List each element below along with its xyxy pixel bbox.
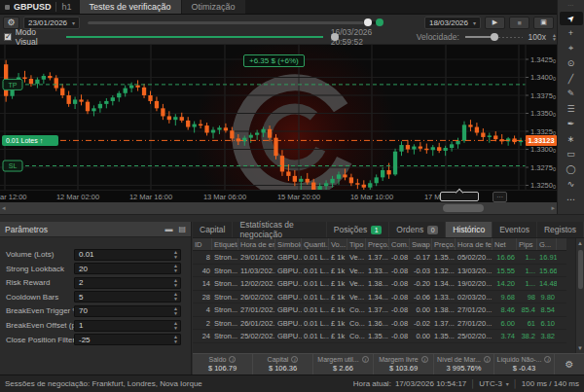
more-tools-icon[interactable]: ⋯ xyxy=(560,193,583,206)
column-header[interactable]: Vo... xyxy=(329,238,347,250)
param-input[interactable]: 70▲▼ xyxy=(74,305,181,317)
stop-loss-badge[interactable]: SL xyxy=(3,160,22,171)
param-input[interactable]: 0.01▲▼ xyxy=(74,249,181,261)
column-header[interactable]: Tipo xyxy=(347,238,366,250)
scrollbar-thumb[interactable] xyxy=(443,204,484,212)
tab-optimization[interactable]: Otimização xyxy=(182,0,245,14)
table-row[interactable]: 4Stron...27/01/202...GBPU...0.01 L...£ 1… xyxy=(193,303,566,317)
chevron-down-icon[interactable]: ▾ xyxy=(506,380,509,387)
speed-slider[interactable] xyxy=(465,32,523,42)
param-stepper[interactable]: ▲▼ xyxy=(173,321,178,331)
info-icon[interactable]: i xyxy=(484,356,491,363)
axis-more-button[interactable]: ⋯ xyxy=(493,192,507,202)
cursor-icon[interactable]: ➤ xyxy=(560,12,583,25)
info-icon[interactable]: i xyxy=(229,356,236,363)
table-row[interactable]: 2Stron...26/01/202...GBPU...0.01 L...£ 1… xyxy=(193,317,566,331)
chart-area[interactable]: TPSL0.01 Lotes ↑1.342501.340001.337501.3… xyxy=(0,45,557,190)
instrument-box[interactable]: GBPUSD h1 xyxy=(0,0,80,14)
wave-pattern-icon[interactable]: ∿ xyxy=(560,177,583,191)
column-header[interactable]: Hora de fe... xyxy=(456,238,493,250)
scroll-up-icon[interactable]: ▲ xyxy=(576,240,584,246)
param-stepper[interactable]: ▲▼ xyxy=(173,264,178,273)
chart-horizontal-scrollbar[interactable]: ◂ ▸ xyxy=(0,202,557,214)
speed-handle[interactable] xyxy=(491,33,498,41)
replay-progress-slider[interactable] xyxy=(66,32,323,42)
table-row[interactable]: 24Stron...25/02/202...GBPU...0.01 L...£ … xyxy=(193,330,566,343)
table-row[interactable]: 28Stron...26/02/202...GBPU...0.01 L...£ … xyxy=(193,291,566,304)
visual-window-button[interactable]: ▣ xyxy=(533,17,554,29)
param-stepper[interactable]: ▲▼ xyxy=(173,278,178,288)
info-icon[interactable]: i xyxy=(421,356,428,363)
column-header[interactable]: G... xyxy=(537,238,557,250)
crosshair-icon[interactable]: + xyxy=(560,26,583,40)
info-icon[interactable]: i xyxy=(362,356,369,363)
preset-window-icon[interactable]: ▤ xyxy=(178,225,186,233)
param-stepper[interactable]: ▲▼ xyxy=(173,250,178,260)
param-input[interactable]: -25▲▼ xyxy=(74,334,181,345)
open-position-badge[interactable]: 0.01 Lotes ↑ xyxy=(2,135,58,146)
tab-posi-es[interactable]: Posições1 xyxy=(327,222,389,237)
table-row[interactable]: 40Stron...11/03/202...GBPU...0.01 L...£ … xyxy=(193,265,566,278)
tab-ordens[interactable]: Ordens0 xyxy=(389,222,445,237)
param-input[interactable]: 2▲▼ xyxy=(74,277,181,289)
param-stepper[interactable]: ▲▼ xyxy=(173,335,178,344)
column-header[interactable]: Preço... xyxy=(432,238,456,250)
scroll-down-icon[interactable]: ▼ xyxy=(576,345,584,351)
column-header[interactable]: Swap xyxy=(410,238,432,250)
stop-button[interactable]: ■ xyxy=(509,17,529,29)
param-input[interactable]: 1▲▼ xyxy=(74,320,181,332)
column-header[interactable]: Com... xyxy=(389,238,410,250)
column-header[interactable]: ID xyxy=(193,238,212,250)
column-header[interactable]: Etiqueta xyxy=(212,238,238,250)
target-cursor-icon[interactable]: ⌖ xyxy=(560,42,583,55)
cell: Ve... xyxy=(347,291,366,303)
end-date-select[interactable]: 18/03/2026 ▾ xyxy=(424,17,481,29)
scroll-right-icon[interactable]: ▸ xyxy=(551,204,555,212)
column-header[interactable]: Hora de en... xyxy=(238,238,275,250)
pen-icon[interactable]: ✒ xyxy=(560,117,583,130)
timezone-select[interactable]: UTC-3 xyxy=(479,379,502,388)
ellipse-icon[interactable]: ◯ xyxy=(560,162,583,176)
history-table-header[interactable]: IDEtiquetaHora de en...SímboloQuanti...V… xyxy=(193,238,566,251)
visual-mode-checkbox[interactable] xyxy=(4,33,12,41)
param-stepper[interactable]: ▲▼ xyxy=(173,292,178,302)
scroll-left-icon[interactable]: ◂ xyxy=(2,204,6,212)
replay-position-marker[interactable] xyxy=(440,192,479,201)
info-icon[interactable]: i xyxy=(291,356,298,363)
column-header[interactable]: Pips xyxy=(517,238,537,250)
range-handle-current[interactable] xyxy=(364,18,372,26)
progress-handle[interactable] xyxy=(331,33,339,41)
column-header[interactable]: Símbolo xyxy=(275,238,302,250)
range-handle-end[interactable] xyxy=(376,18,383,26)
tab-capital[interactable]: Capital xyxy=(193,222,232,237)
tab-backtesting[interactable]: Testes de verificação xyxy=(80,0,181,14)
table-row[interactable]: 8Stron...29/01/202...GBPU...0.01 L...£ 1… xyxy=(193,251,566,265)
tab-estat-sticas-de-negocia-o[interactable]: Estatísticas de negociação xyxy=(233,222,325,237)
table-vertical-scrollbar[interactable]: ▲ ▼ xyxy=(575,238,584,353)
cell: 0.00 xyxy=(410,330,432,342)
param-stepper[interactable]: ▲▼ xyxy=(173,306,178,316)
table-scrollbar-thumb[interactable] xyxy=(578,250,583,289)
column-header[interactable]: Net xyxy=(493,238,517,250)
rail-drag-handle[interactable]: ⋯ xyxy=(558,0,584,10)
column-header[interactable]: Quanti... xyxy=(302,238,329,250)
summary-settings-button[interactable]: ⚙ xyxy=(555,354,584,374)
anchor-point-icon[interactable]: ⊙ xyxy=(560,56,583,70)
tab-registos[interactable]: Registos xyxy=(537,222,583,237)
multi-line-icon[interactable]: ☰ xyxy=(560,102,583,116)
export-params-icon[interactable]: ▬ xyxy=(164,225,172,233)
table-row[interactable]: 14Stron...12/02/202...GBPU...0.01 L...£ … xyxy=(193,277,566,291)
column-header[interactable]: Preço... xyxy=(366,238,389,250)
trendline-icon[interactable]: ╱ xyxy=(560,72,583,86)
info-icon[interactable]: i xyxy=(544,356,551,363)
param-input[interactable]: 20▲▼ xyxy=(74,263,181,274)
pencil-icon[interactable]: ✎ xyxy=(560,87,583,100)
marker-icon[interactable]: ∗ xyxy=(560,132,583,146)
param-input[interactable]: 5▲▼ xyxy=(74,291,181,303)
time-axis[interactable]: ar 12:0012 Mar 02:0012 Mar 16:0013 Mar 0… xyxy=(0,190,557,202)
tab-hist-rico[interactable]: Histórico xyxy=(446,222,492,237)
rectangle-icon[interactable]: ▭ xyxy=(560,147,583,160)
play-button[interactable]: ▶ xyxy=(485,17,505,29)
tab-eventos[interactable]: Eventos xyxy=(493,222,536,237)
take-profit-badge[interactable]: TP xyxy=(3,79,22,89)
